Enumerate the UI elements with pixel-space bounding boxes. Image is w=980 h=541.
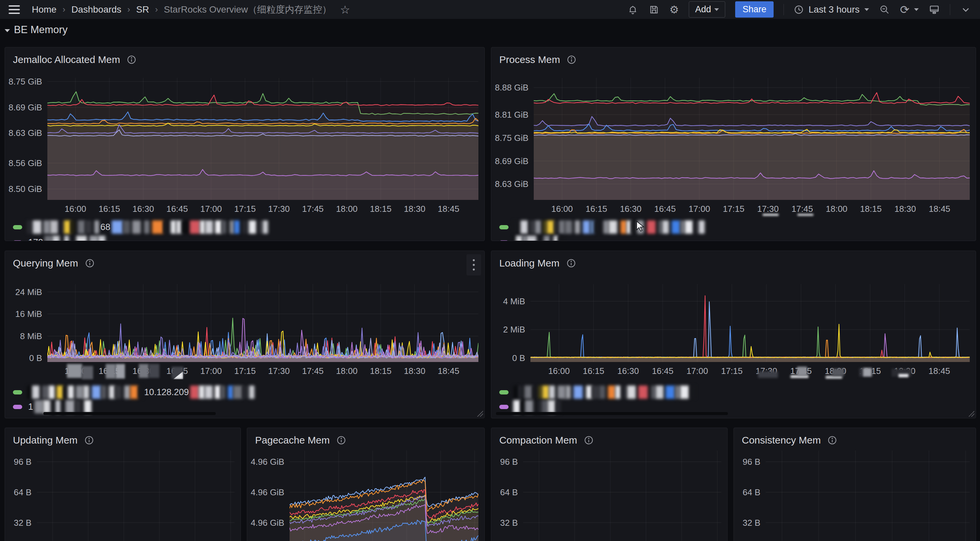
legend-label-redacted bbox=[535, 220, 541, 234]
x-axis-tick-label: 16:15 bbox=[583, 366, 604, 376]
x-axis-tick-label: 17:15 bbox=[723, 204, 745, 214]
legend-label-redacted bbox=[554, 220, 557, 234]
breadcrumb-separator: › bbox=[127, 4, 130, 14]
legend-label-redacted bbox=[566, 386, 571, 399]
legend-label-redacted bbox=[50, 220, 58, 234]
x-axis-tick-label: 18:15 bbox=[860, 204, 881, 214]
x-axis-tick-label: 18:15 bbox=[370, 366, 391, 376]
panel-updating-mem: Updating Mem 96 B64 B32 B bbox=[5, 428, 241, 541]
legend-label-redacted bbox=[586, 386, 592, 399]
x-axis-tick-label: 17:00 bbox=[200, 204, 222, 214]
save-icon[interactable] bbox=[648, 4, 660, 15]
legend-label-redacted bbox=[63, 386, 68, 399]
legend-row[interactable]: 172 bbox=[13, 235, 105, 241]
legend-label-redacted bbox=[675, 386, 680, 399]
legend-label-redacted bbox=[558, 236, 563, 241]
legend-label-redacted bbox=[680, 220, 685, 234]
legend-label-redacted bbox=[43, 220, 50, 234]
chevron-down-icon bbox=[714, 8, 719, 11]
x-axis-tick-label: 18:15 bbox=[370, 204, 391, 214]
legend-label-redacted bbox=[83, 386, 89, 399]
y-axis-tick-label: 64 B bbox=[5, 487, 32, 498]
x-axis-tick-label: 18:30 bbox=[894, 204, 916, 214]
row-be-memory[interactable]: BE Memory bbox=[5, 24, 68, 36]
legend-series-marker bbox=[13, 240, 22, 241]
legend-series-marker bbox=[499, 240, 509, 241]
x-axis-tick-label: 18:45 bbox=[438, 204, 459, 214]
panel-querying-mem: Querying Mem 24 MiB16 MiB8 MiB0 B16:0016… bbox=[5, 251, 485, 418]
chart-canvas[interactable] bbox=[534, 78, 970, 200]
x-axis-tick-label: 16:00 bbox=[65, 204, 86, 214]
x-axis-tick-label: 17:15 bbox=[234, 204, 256, 214]
y-axis-tick-label: 4.96 GiB bbox=[247, 457, 284, 467]
legend-scrollbar[interactable] bbox=[496, 412, 728, 415]
y-axis-tick-label: 4.96 GiB bbox=[247, 487, 284, 498]
x-axis-tick-label: 17:00 bbox=[689, 204, 710, 214]
zoom-out-icon[interactable] bbox=[879, 4, 890, 15]
breadcrumb-dashboards[interactable]: Dashboards bbox=[71, 4, 121, 15]
legend-label-redacted bbox=[33, 220, 41, 234]
legend-label-redacted bbox=[513, 386, 519, 399]
legend-label-redacted bbox=[513, 220, 518, 234]
breadcrumb-home[interactable]: Home bbox=[32, 4, 57, 15]
chart-canvas[interactable] bbox=[48, 284, 479, 362]
legend-label-redacted bbox=[98, 236, 105, 241]
share-button[interactable]: Share bbox=[735, 1, 773, 18]
legend-label-redacted bbox=[242, 220, 249, 234]
kiosk-monitor-icon[interactable] bbox=[929, 4, 940, 15]
legend-label-redacted bbox=[520, 400, 525, 413]
legend-label-redacted bbox=[609, 220, 617, 234]
breadcrumb-separator: › bbox=[63, 4, 65, 14]
chart-canvas[interactable] bbox=[37, 450, 235, 541]
legend-row[interactable] bbox=[499, 235, 563, 241]
legend-label-redacted bbox=[49, 386, 55, 399]
legend-label-redacted bbox=[651, 386, 655, 399]
panel-resize-handle[interactable] bbox=[477, 411, 483, 417]
chart-canvas[interactable] bbox=[530, 284, 970, 362]
legend-scrollbar[interactable] bbox=[43, 412, 216, 415]
legend-label-redacted bbox=[163, 220, 168, 234]
legend-label-redacted bbox=[554, 236, 558, 241]
legend-label-redacted bbox=[230, 220, 234, 234]
x-axis-tick-label: 17:30 bbox=[757, 204, 779, 214]
chart-canvas[interactable] bbox=[48, 78, 479, 200]
breadcrumb-folder[interactable]: SR bbox=[136, 4, 149, 15]
legend-row[interactable] bbox=[499, 385, 695, 399]
legend-label-redacted bbox=[109, 386, 115, 399]
x-axis-tick-label: 16:00 bbox=[548, 366, 570, 376]
breadcrumb-separator: › bbox=[155, 4, 158, 14]
legend-label-redacted bbox=[138, 386, 143, 399]
legend-label-fragment: 10.128.209 bbox=[144, 387, 189, 397]
y-axis-tick-label: 24 MiB bbox=[5, 287, 42, 297]
collapse-navbar-chevron-icon[interactable] bbox=[960, 4, 971, 15]
menu-toggle-icon[interactable] bbox=[9, 5, 20, 14]
legend-label-redacted bbox=[27, 220, 33, 234]
chart-canvas[interactable] bbox=[523, 450, 721, 541]
time-range-picker[interactable]: Last 3 hours bbox=[794, 4, 869, 15]
star-icon[interactable]: ☆ bbox=[340, 4, 350, 15]
x-axis-tick-label: 18:45 bbox=[438, 366, 459, 376]
legend-label-redacted bbox=[513, 236, 516, 241]
refresh-control[interactable]: ⟳ bbox=[900, 4, 919, 15]
legend-row[interactable]: 68 bbox=[13, 220, 268, 235]
legend-row[interactable]: 10.128.209 bbox=[13, 385, 255, 399]
y-axis-tick-label: 8.50 GiB bbox=[5, 184, 42, 194]
breadcrumb: Home › Dashboards › SR › StarRocks Overv… bbox=[32, 3, 331, 16]
panel-resize-handle[interactable] bbox=[969, 411, 974, 417]
chevron-down-icon bbox=[864, 8, 869, 11]
legend-label-redacted bbox=[65, 400, 75, 413]
legend-label-redacted bbox=[176, 220, 182, 234]
chart-canvas[interactable] bbox=[766, 450, 970, 541]
bell-icon[interactable] bbox=[627, 4, 638, 15]
redaction-blur bbox=[758, 371, 778, 378]
y-axis-tick-label: 96 B bbox=[5, 457, 32, 467]
y-axis-tick-label: 32 B bbox=[491, 518, 518, 528]
legend-label-redacted bbox=[234, 220, 240, 234]
legend-row[interactable] bbox=[499, 220, 705, 235]
x-axis-tick-label: 18:30 bbox=[404, 366, 425, 376]
add-button[interactable]: Add bbox=[689, 1, 725, 18]
settings-gear-icon[interactable]: ⚙ bbox=[670, 4, 679, 15]
chart-canvas[interactable] bbox=[290, 450, 479, 541]
y-axis-tick-label: 4.96 GiB bbox=[247, 518, 284, 528]
x-axis-tick-label: 17:45 bbox=[302, 366, 324, 376]
